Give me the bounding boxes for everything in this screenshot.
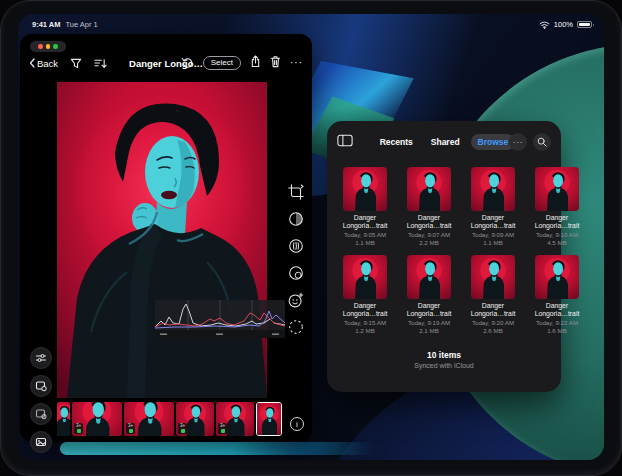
file-thumbnail[interactable] [343, 167, 387, 211]
preset-card-icon [35, 408, 47, 420]
file-grid-item[interactable]: Danger Longoria…trait 007 Today, 9:15 AM… [337, 255, 393, 334]
file-name: Danger Longoria…trait 008 [401, 302, 457, 318]
panel-more-button[interactable]: ··· [509, 133, 527, 151]
histogram-curves [155, 300, 285, 338]
file-name: Danger Longoria…trait 005 [529, 214, 585, 230]
sidebar-icon [337, 134, 353, 147]
photo-gallery-icon [35, 436, 47, 448]
filmstrip-thumbnail[interactable] [57, 402, 70, 436]
item-count: 10 items [327, 350, 561, 360]
browser-thumbnails-button[interactable] [30, 431, 52, 453]
filter-button[interactable] [70, 58, 82, 69]
filmstrip-thumbnail[interactable]: 3+ [216, 402, 254, 436]
wifi-icon [539, 21, 550, 29]
file-size: 2.6 MB [483, 327, 503, 334]
photo-canvas[interactable] [57, 82, 267, 398]
filmstrip-thumbnail-selected[interactable] [256, 402, 282, 436]
icloud-sync-status: Synced with iCloud [327, 362, 561, 369]
edit-tools-rail [286, 182, 306, 337]
file-date: Today, 9:07 AM [408, 231, 450, 238]
file-thumbnail[interactable] [407, 255, 451, 299]
more-options-button[interactable]: ··· [290, 61, 303, 65]
file-grid-item[interactable]: Danger Longoria…trait 008 Today, 9:19 AM… [401, 255, 457, 334]
histogram-panel[interactable] [155, 300, 285, 338]
view-buttons-rail [30, 347, 52, 453]
minimize-window-icon[interactable] [46, 44, 51, 49]
edit-count-badge: 3+ [218, 423, 227, 434]
editor-toolbar: Back Danger Longo… [20, 52, 312, 74]
file-grid: Danger Longoria…trait 002 Today, 9:05 AM… [337, 167, 551, 334]
portrait-image [57, 82, 267, 398]
filter-funnel-icon [70, 58, 82, 69]
tab-recents[interactable]: Recents [373, 134, 420, 150]
brushes-tool-button[interactable] [286, 236, 306, 256]
file-grid-item[interactable]: Danger Longoria…trait 003 Today, 9:07 AM… [401, 167, 457, 246]
file-thumbnail[interactable] [471, 255, 515, 299]
back-button[interactable]: Back [29, 58, 58, 69]
file-name: Danger Longoria…trait 002 [337, 214, 393, 230]
select-tool-button[interactable] [286, 317, 306, 337]
selection-dashed-icon [287, 318, 305, 336]
ipad-screen: 9:41 AM Tue Apr 1 100% [18, 14, 604, 460]
filmstrip-thumbnail[interactable]: 3+ [124, 402, 174, 436]
file-thumbnail[interactable] [535, 255, 579, 299]
filmstrip-thumbnail[interactable]: 3+ [72, 402, 122, 436]
files-panel-footer: 10 items Synced with iCloud [327, 350, 561, 369]
file-grid-item[interactable]: Danger Longoria…trait 004 Today, 9:09 AM… [465, 167, 521, 246]
file-grid-item[interactable]: Danger Longoria…trait 002 Today, 9:05 AM… [337, 167, 393, 246]
share-button[interactable] [250, 54, 261, 72]
adjustments-button[interactable] [30, 347, 52, 369]
zoom-window-icon[interactable] [53, 44, 58, 49]
panel-search-button[interactable] [533, 133, 551, 151]
file-date: Today, 9:10 AM [536, 231, 578, 238]
file-date: Today, 9:20 AM [472, 319, 514, 326]
file-size: 1.2 MB [355, 327, 375, 334]
clone-tool-button[interactable] [286, 263, 306, 283]
info-button[interactable]: i [290, 417, 304, 431]
crop-tool-button[interactable] [286, 182, 306, 202]
edit-count-badge: 3+ [74, 423, 83, 434]
file-thumbnail[interactable] [407, 167, 451, 211]
delete-button[interactable] [270, 54, 281, 72]
file-thumbnail[interactable] [471, 167, 515, 211]
file-grid-item[interactable]: Danger Longoria…trait 010 Today, 9:22 AM… [529, 255, 585, 334]
window-controls[interactable] [30, 41, 66, 52]
share-icon [250, 55, 261, 68]
file-name: Danger Longoria…trait 010 [529, 302, 585, 318]
select-button[interactable]: Select [203, 56, 241, 70]
retouch-tool-button[interactable] [286, 290, 306, 310]
close-window-icon[interactable] [38, 44, 43, 49]
sort-button[interactable] [94, 58, 107, 69]
chevron-left-icon [29, 58, 35, 68]
batch-edits-button[interactable] [30, 403, 52, 425]
screenshot-stage: 9:41 AM Tue Apr 1 100% [0, 0, 622, 476]
file-size: 1.6 MB [547, 327, 567, 334]
sort-descending-icon [94, 58, 107, 69]
edit-count-badge: 3+ [178, 423, 187, 434]
sidebar-toggle-button[interactable] [337, 133, 353, 151]
file-size: 2.1 MB [419, 327, 439, 334]
tab-shared[interactable]: Shared [424, 134, 467, 150]
presets-button[interactable] [30, 375, 52, 397]
file-date: Today, 9:15 AM [344, 319, 386, 326]
status-bar: 9:41 AM Tue Apr 1 100% [32, 20, 592, 29]
color-adjust-icon [287, 210, 305, 228]
adjust-tool-button[interactable] [286, 209, 306, 229]
file-name: Danger Longoria…trait 009 [465, 302, 521, 318]
file-date: Today, 9:19 AM [408, 319, 450, 326]
file-date: Today, 9:09 AM [472, 231, 514, 238]
files-browser-panel: Recents Shared Browse ··· [327, 121, 561, 392]
undo-button[interactable] [181, 54, 194, 72]
battery-icon [577, 21, 592, 28]
preset-card-gear-icon [35, 380, 47, 392]
file-grid-item[interactable]: Danger Longoria…trait 009 Today, 9:20 AM… [465, 255, 521, 334]
wallpaper-cyan-bar [60, 442, 472, 455]
file-thumbnail[interactable] [535, 167, 579, 211]
file-thumbnail[interactable] [343, 255, 387, 299]
file-grid-item[interactable]: Danger Longoria…trait 005 Today, 9:10 AM… [529, 167, 585, 246]
filmstrip-thumbnail[interactable]: 3+ [176, 402, 214, 436]
filmstrip: 3+ 3+ 3+ 3+ [57, 402, 282, 436]
battery-percent: 100% [554, 20, 573, 29]
crop-rotate-icon [287, 183, 305, 201]
date: Tue Apr 1 [65, 20, 97, 29]
